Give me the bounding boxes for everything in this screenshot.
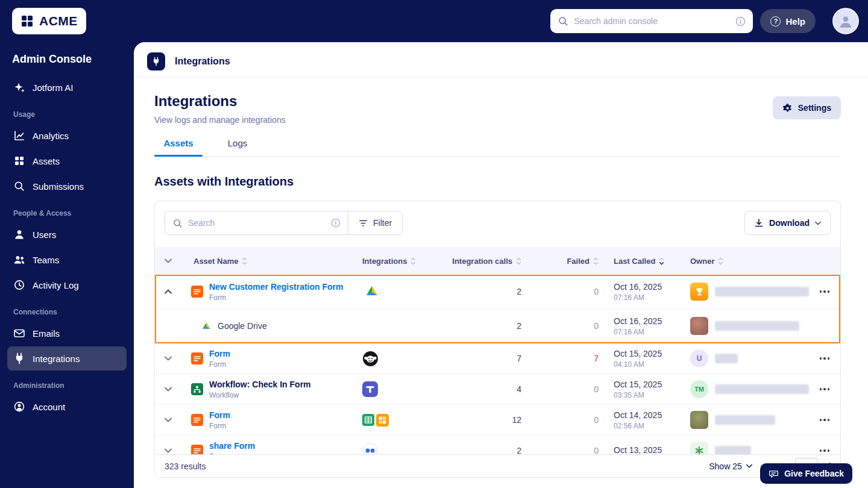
table-row[interactable]: New Customer Registration Form Form 2 0 … — [155, 275, 840, 309]
last-called-time: 02:56 AM — [614, 422, 688, 430]
integration-child-row[interactable]: Google Drive 2 0 Oct 16, 2025 07:16 AM — [155, 309, 840, 343]
collapse-all-chevron[interactable] — [155, 258, 181, 263]
asset-name[interactable]: Workflow: Check In Form — [209, 380, 311, 389]
sidebar-item-emails[interactable]: Emails — [7, 321, 127, 345]
col-header-failed[interactable]: Failed — [526, 257, 603, 266]
last-called-date: Oct 16, 2025 — [614, 316, 688, 326]
failed-value: 0 — [594, 415, 603, 425]
row-menu-button[interactable] — [809, 388, 840, 390]
give-feedback-button[interactable]: Give Feedback — [760, 463, 852, 484]
table-row[interactable]: Form Form 7 7 Oct 15, 2025 04:10 AM U — [155, 343, 840, 374]
sidebar-item-account[interactable]: Account — [7, 395, 127, 419]
redacted-owner-name — [715, 415, 775, 425]
sidebar-title: Admin Console — [7, 48, 127, 72]
redacted-owner-name — [715, 287, 809, 296]
sort-icon — [516, 257, 521, 265]
account-icon — [13, 401, 25, 413]
row-menu-button[interactable] — [809, 419, 840, 421]
expand-row-chevron[interactable] — [155, 387, 181, 392]
sidebar-item-submissions[interactable]: Submissions — [7, 174, 127, 198]
last-called-date: Oct 15, 2025 — [614, 349, 688, 358]
table-search[interactable] — [165, 211, 348, 234]
expand-row-chevron[interactable] — [155, 356, 181, 361]
acme-logo[interactable]: ACME — [12, 8, 86, 34]
owner-avatar-initials[interactable]: TM — [690, 380, 708, 398]
google-drive-icon — [365, 284, 379, 299]
page-title: Integrations — [154, 93, 286, 110]
page-size-select[interactable]: Show 25 — [709, 461, 752, 471]
col-header-integrations[interactable]: Integrations — [362, 257, 438, 266]
asset-name-link[interactable]: Form — [209, 349, 230, 358]
failed-value: 0 — [594, 287, 603, 296]
sort-icon — [410, 257, 416, 265]
info-icon[interactable] — [735, 16, 746, 27]
table-search-input[interactable] — [188, 218, 326, 228]
sidebar-item-label: Account — [33, 402, 65, 412]
col-header-integration-calls[interactable]: Integration calls — [438, 257, 526, 266]
owner-avatar-photo[interactable] — [690, 411, 708, 429]
redacted-owner-name — [715, 321, 799, 331]
expand-row-chevron[interactable] — [155, 418, 181, 422]
feedback-chat-icon — [769, 469, 779, 479]
admin-search-input[interactable] — [574, 16, 730, 26]
panel-header: Integrations — [134, 42, 868, 77]
sidebar-section-usage: Usage — [7, 101, 127, 124]
help-button[interactable]: ? Help — [760, 9, 816, 33]
expand-row-chevron[interactable] — [155, 448, 181, 453]
asset-name-link[interactable]: Form — [209, 410, 230, 420]
tab-logs[interactable]: Logs — [213, 138, 262, 156]
last-called-time: 03:35 AM — [614, 391, 688, 399]
people-icon — [13, 254, 25, 266]
table-row[interactable]: Workflow: Check In Form Workflow 4 0 Oct… — [155, 374, 840, 405]
collapse-row-chevron[interactable] — [155, 289, 181, 294]
row-menu-button[interactable] — [809, 357, 840, 360]
plug-icon — [13, 352, 25, 364]
col-header-owner[interactable]: Owner — [688, 257, 809, 266]
last-called-date: Oct 16, 2025 — [614, 282, 688, 292]
owner-avatar-initials[interactable]: U — [690, 349, 708, 368]
owner-avatar-trophy[interactable] — [690, 283, 708, 301]
settings-button[interactable]: Settings — [773, 96, 841, 119]
sidebar-item-label: Jotform AI — [33, 83, 74, 93]
admin-search[interactable] — [550, 9, 753, 33]
failed-value: 7 — [594, 354, 603, 363]
sidebar-item-teams[interactable]: Teams — [7, 248, 127, 272]
download-icon — [754, 218, 764, 228]
question-icon: ? — [770, 16, 781, 27]
sidebar-item-label: Submissions — [33, 181, 84, 192]
asset-name-link[interactable]: share Form — [209, 441, 255, 451]
sidebar-item-label: Activity Log — [33, 280, 79, 290]
user-avatar[interactable] — [832, 8, 859, 34]
acme-logo-icon — [20, 14, 34, 28]
download-button[interactable]: Download — [744, 211, 831, 235]
sidebar-item-assets[interactable]: Assets — [7, 149, 127, 173]
sidebar-item-label: Teams — [33, 255, 59, 265]
filter-icon — [359, 219, 368, 228]
sidebar-item-users[interactable]: Users — [7, 222, 127, 246]
sidebar-item-jotform-ai[interactable]: Jotform AI — [7, 75, 127, 99]
col-header-asset-name[interactable]: Asset Name — [181, 257, 362, 266]
sidebar-section-administration: Administration — [7, 372, 127, 395]
col-header-last-called[interactable]: Last Called — [603, 257, 688, 266]
filter-button[interactable]: Filter — [348, 211, 402, 234]
row-menu-button[interactable] — [809, 290, 840, 293]
owner-avatar-photo[interactable] — [690, 317, 708, 335]
tab-assets[interactable]: Assets — [154, 138, 203, 156]
sidebar-item-analytics[interactable]: Analytics — [7, 124, 127, 148]
gear-icon — [782, 103, 793, 113]
sidebar-item-integrations[interactable]: Integrations — [7, 346, 127, 371]
sort-icon — [718, 257, 723, 265]
info-icon[interactable] — [331, 218, 341, 228]
tab-bar: Assets Logs — [154, 138, 841, 157]
table-row[interactable]: Form Form 12 0 Oct 14, 2025 02:56 A — [155, 405, 840, 436]
grid-icon — [13, 155, 25, 167]
asset-name-link[interactable]: New Customer Registration Form — [209, 282, 343, 292]
results-count: 323 results — [165, 461, 206, 471]
asset-type: Form — [209, 293, 343, 302]
main-panel: Integrations Integrations View logs and … — [134, 42, 868, 488]
last-called-date: Oct 14, 2025 — [614, 410, 688, 420]
workflow-icon — [191, 383, 203, 395]
integration-calls-value: 2 — [517, 321, 526, 331]
sidebar-item-activity-log[interactable]: Activity Log — [7, 273, 127, 297]
row-menu-button[interactable] — [809, 449, 840, 452]
